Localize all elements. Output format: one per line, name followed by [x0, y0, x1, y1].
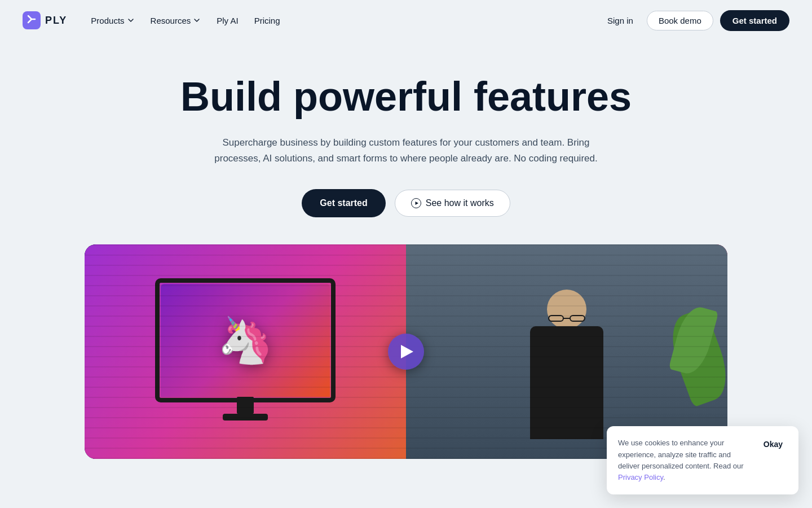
book-demo-button[interactable]: Book demo	[647, 11, 713, 30]
hero-actions: Get started See how it works	[302, 189, 510, 217]
cookie-banner: We use cookies to enhance your experienc…	[607, 426, 798, 494]
nav-products[interactable]: Products	[85, 12, 140, 29]
nav-ply-ai[interactable]: Ply AI	[211, 12, 244, 29]
get-started-nav-button[interactable]: Get started	[720, 10, 789, 31]
get-started-hero-button[interactable]: Get started	[302, 189, 385, 217]
svg-rect-0	[23, 11, 41, 29]
play-triangle-icon	[401, 345, 413, 358]
hero-title: Build powerful features	[180, 75, 632, 119]
signin-button[interactable]: Sign in	[601, 11, 640, 30]
cookie-text: We use cookies to enhance your experienc…	[618, 437, 752, 483]
see-how-button[interactable]: See how it works	[395, 190, 510, 217]
products-chevron-icon	[127, 16, 135, 24]
nav-right: Sign in Book demo Get started	[601, 10, 789, 31]
ply-logo-icon	[23, 11, 41, 29]
play-video-button[interactable]	[388, 334, 424, 370]
hero-section: Build powerful features Supercharge busi…	[0, 41, 812, 481]
nav-resources[interactable]: Resources	[145, 12, 207, 29]
privacy-policy-link[interactable]: Privacy Policy	[618, 473, 663, 481]
play-icon	[411, 198, 421, 208]
nav-links: Products Resources Ply AI Pricing	[85, 12, 285, 29]
resources-chevron-icon	[193, 16, 201, 24]
logo-text: PLY	[45, 15, 67, 27]
nav-pricing[interactable]: Pricing	[249, 12, 286, 29]
logo[interactable]: PLY	[23, 11, 67, 29]
nav-left: PLY Products Resources Ply AI Pricing	[23, 11, 285, 29]
cookie-okay-button[interactable]: Okay	[759, 437, 787, 451]
hero-subtitle: Supercharge business by building custom …	[214, 135, 598, 167]
navbar: PLY Products Resources Ply AI Pricing	[0, 0, 812, 41]
